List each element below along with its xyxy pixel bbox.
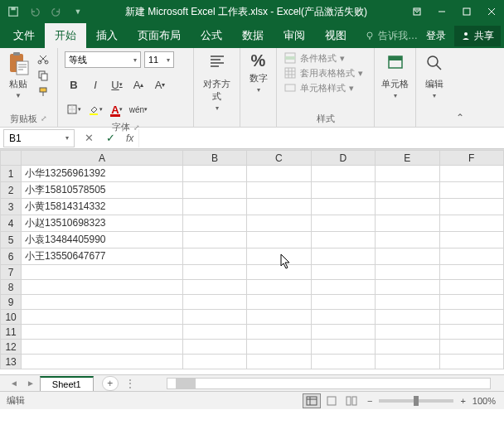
formula-input[interactable] bbox=[138, 129, 504, 147]
cell[interactable] bbox=[247, 199, 311, 215]
cell[interactable] bbox=[247, 232, 311, 248]
alignment-button[interactable]: 对齐方式 ▾ bbox=[201, 51, 233, 112]
font-size-combo[interactable]: 11▾ bbox=[144, 51, 174, 68]
select-all-corner[interactable] bbox=[1, 151, 22, 166]
share-button[interactable]: 共享 bbox=[454, 26, 501, 46]
font-family-combo[interactable]: 等线▾ bbox=[65, 51, 141, 68]
cell[interactable]: 小李15810578505 bbox=[22, 182, 183, 199]
login-button[interactable]: 登录 bbox=[421, 29, 451, 43]
dialog-launcher-icon[interactable]: ⤢ bbox=[41, 114, 47, 123]
cell[interactable] bbox=[376, 182, 439, 199]
tab-file[interactable]: 文件 bbox=[3, 23, 45, 48]
cell[interactable] bbox=[311, 340, 375, 355]
cell[interactable] bbox=[22, 355, 183, 369]
cell[interactable] bbox=[247, 355, 311, 369]
cell-styles-button[interactable]: 单元格样式 ▾ bbox=[284, 81, 363, 94]
cell[interactable] bbox=[247, 215, 311, 232]
cell[interactable] bbox=[439, 325, 503, 340]
italic-button[interactable]: I bbox=[86, 76, 104, 93]
cell[interactable] bbox=[22, 325, 183, 340]
format-as-table-button[interactable]: 套用表格格式 ▾ bbox=[284, 66, 363, 80]
row-header[interactable]: 1 bbox=[1, 166, 22, 182]
cell[interactable]: 小黄15814314332 bbox=[22, 199, 183, 215]
bold-button[interactable]: B bbox=[65, 76, 83, 93]
cell[interactable] bbox=[182, 248, 246, 265]
cell[interactable] bbox=[247, 280, 311, 295]
cell[interactable] bbox=[182, 280, 246, 295]
horizontal-scrollbar[interactable] bbox=[167, 378, 491, 389]
editing-button[interactable]: 编辑 ▾ bbox=[423, 51, 446, 99]
zoom-level[interactable]: 100% bbox=[472, 396, 496, 406]
paste-button[interactable]: 粘贴 ▼ bbox=[7, 51, 30, 99]
cell[interactable] bbox=[311, 265, 375, 280]
col-header[interactable]: E bbox=[376, 151, 439, 166]
cell[interactable] bbox=[376, 280, 439, 295]
cell[interactable] bbox=[22, 265, 183, 280]
row-header[interactable]: 4 bbox=[1, 215, 22, 232]
copy-icon[interactable] bbox=[35, 68, 51, 83]
col-header[interactable]: C bbox=[247, 151, 311, 166]
save-icon[interactable] bbox=[3, 2, 23, 21]
cell[interactable] bbox=[439, 355, 503, 369]
cell[interactable] bbox=[311, 295, 375, 310]
cell[interactable] bbox=[311, 248, 375, 265]
cells-button[interactable]: 单元格 ▾ bbox=[381, 51, 409, 99]
ribbon-options-icon[interactable] bbox=[405, 0, 429, 23]
cell[interactable] bbox=[311, 325, 375, 340]
cell[interactable] bbox=[439, 166, 503, 182]
cell[interactable] bbox=[247, 248, 311, 265]
number-format-button[interactable]: % 数字 ▾ bbox=[247, 51, 269, 94]
cell[interactable] bbox=[22, 310, 183, 325]
tab-data[interactable]: 数据 bbox=[232, 23, 274, 48]
row-header[interactable]: 9 bbox=[1, 295, 22, 310]
cell[interactable] bbox=[247, 325, 311, 340]
cell[interactable] bbox=[376, 166, 439, 182]
cell[interactable] bbox=[182, 310, 246, 325]
tell-me-search[interactable]: 告诉我… bbox=[365, 29, 418, 43]
row-header[interactable]: 3 bbox=[1, 199, 22, 215]
cell[interactable] bbox=[376, 295, 439, 310]
redo-icon[interactable] bbox=[46, 2, 66, 21]
cell[interactable]: 小王13550647677 bbox=[22, 248, 183, 265]
cell[interactable] bbox=[247, 295, 311, 310]
cell[interactable] bbox=[182, 325, 246, 340]
cell[interactable] bbox=[439, 340, 503, 355]
cell[interactable] bbox=[376, 340, 439, 355]
name-box[interactable]: B1▾ bbox=[3, 129, 75, 147]
sheet-tab[interactable]: Sheet1 bbox=[40, 376, 94, 391]
cell[interactable] bbox=[376, 248, 439, 265]
cell[interactable] bbox=[376, 310, 439, 325]
close-icon[interactable] bbox=[479, 0, 504, 23]
cell[interactable] bbox=[311, 355, 375, 369]
maximize-icon[interactable] bbox=[454, 0, 479, 23]
page-layout-view-icon[interactable] bbox=[322, 393, 341, 408]
cell[interactable] bbox=[311, 182, 375, 199]
cell[interactable] bbox=[439, 265, 503, 280]
cell[interactable] bbox=[22, 280, 183, 295]
shrink-font-icon[interactable]: A▾ bbox=[151, 76, 169, 93]
cell[interactable] bbox=[439, 182, 503, 199]
cell[interactable] bbox=[182, 232, 246, 248]
cell[interactable] bbox=[376, 199, 439, 215]
row-header[interactable]: 13 bbox=[1, 355, 22, 369]
cell[interactable] bbox=[182, 166, 246, 182]
tab-page-layout[interactable]: 页面布局 bbox=[128, 23, 191, 48]
underline-button[interactable]: U ▾ bbox=[108, 76, 126, 93]
cell[interactable]: 小袁13484405990 bbox=[22, 232, 183, 248]
cell[interactable] bbox=[247, 340, 311, 355]
row-header[interactable]: 2 bbox=[1, 182, 22, 199]
zoom-in-icon[interactable]: + bbox=[460, 396, 465, 406]
cell[interactable] bbox=[376, 355, 439, 369]
minimize-icon[interactable] bbox=[429, 0, 454, 23]
add-sheet-button[interactable]: + bbox=[102, 376, 119, 391]
tab-home[interactable]: 开始 bbox=[45, 23, 86, 48]
cell[interactable] bbox=[439, 232, 503, 248]
cell[interactable] bbox=[22, 295, 183, 310]
cell[interactable] bbox=[376, 232, 439, 248]
confirm-entry-icon[interactable]: ✓ bbox=[99, 129, 121, 147]
col-header[interactable]: A bbox=[22, 151, 183, 166]
grow-font-icon[interactable]: A▴ bbox=[129, 76, 148, 93]
tab-insert[interactable]: 插入 bbox=[86, 23, 128, 48]
cell[interactable] bbox=[439, 295, 503, 310]
tab-nav-next-icon[interactable]: ► bbox=[23, 379, 38, 388]
